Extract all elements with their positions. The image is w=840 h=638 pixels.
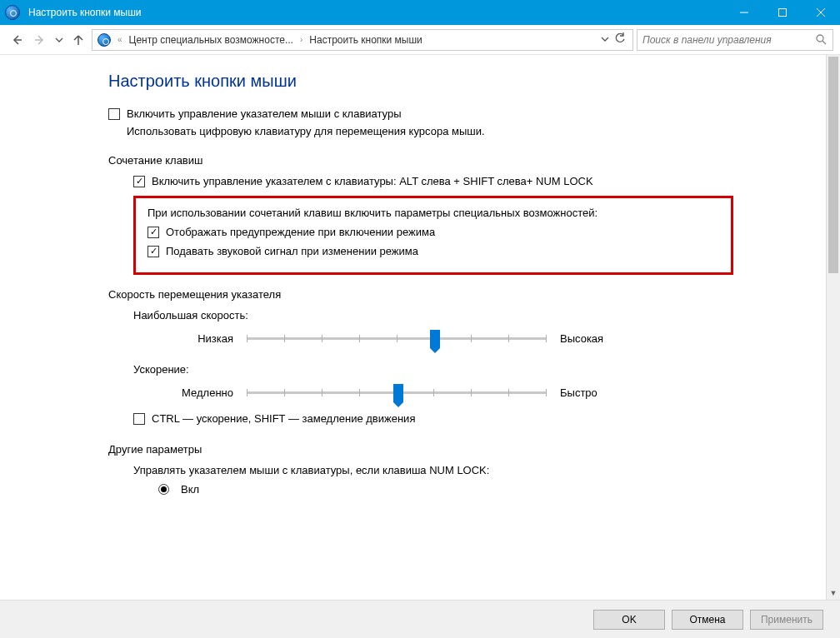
radio-numlock-on[interactable] xyxy=(158,484,169,495)
label-enable-shortcut: Включить управление указателем с клавиат… xyxy=(152,175,593,187)
close-button[interactable] xyxy=(802,0,840,25)
cancel-button[interactable]: Отмена xyxy=(672,610,743,630)
window-title: Настроить кнопки мыши xyxy=(25,7,725,18)
navigation-bar: « Центр специальных возможносте... › Нас… xyxy=(0,25,840,55)
vertical-scrollbar[interactable]: ▲ ▼ xyxy=(826,55,840,600)
nav-recent-button[interactable] xyxy=(53,30,65,50)
apply-button[interactable]: Применить xyxy=(750,610,823,630)
label-play-sound: Подавать звуковой сигнал при изменении р… xyxy=(166,245,418,257)
label-max-speed: Наибольшая скорость: xyxy=(133,309,807,321)
minimize-button[interactable] xyxy=(725,0,763,25)
section-shortcut: Сочетание клавиш xyxy=(108,154,807,167)
checkbox-enable-shortcut[interactable] xyxy=(133,176,145,187)
control-panel-icon xyxy=(96,32,112,48)
page-title: Настроить кнопки мыши xyxy=(108,72,807,91)
svg-rect-1 xyxy=(779,9,787,17)
window-titlebar: Настроить кнопки мыши xyxy=(0,0,840,25)
checkbox-play-sound[interactable] xyxy=(148,246,159,257)
slider-label-slow: Медленно xyxy=(158,386,233,399)
app-icon xyxy=(0,5,25,20)
label-radio-on: Вкл xyxy=(181,483,199,496)
slider-label-high: Высокая xyxy=(560,332,635,345)
svg-line-7 xyxy=(822,41,826,44)
section-speed: Скорость перемещения указателя xyxy=(108,288,807,301)
content-area: Настроить кнопки мыши Включить управлени… xyxy=(0,55,840,600)
helper-text: Использовать цифровую клавиатуру для пер… xyxy=(127,125,807,137)
svg-point-6 xyxy=(817,35,823,42)
ok-button[interactable]: OK xyxy=(593,610,665,630)
maximize-button[interactable] xyxy=(763,0,802,25)
scrollbar-thumb[interactable] xyxy=(828,57,838,273)
search-box[interactable] xyxy=(637,29,833,51)
breadcrumb-item-current[interactable]: Настроить кнопки мыши xyxy=(308,34,424,46)
nav-forward-button[interactable] xyxy=(30,30,50,50)
label-ctrl-shift: CTRL — ускорение, SHIFT — замедление дви… xyxy=(152,412,415,425)
slider-label-fast: Быстро xyxy=(560,386,635,399)
breadcrumb-chevron-icon: › xyxy=(297,35,306,44)
slider-acceleration[interactable] xyxy=(247,384,547,401)
checkbox-ctrl-shift[interactable] xyxy=(133,413,145,425)
highlight-intro: При использовании сочетаний клавиш включ… xyxy=(148,207,719,219)
nav-up-button[interactable] xyxy=(68,30,88,50)
breadcrumb-dropdown-icon[interactable] xyxy=(601,34,609,46)
scroll-down-icon[interactable]: ▼ xyxy=(827,586,840,600)
breadcrumb-chevron-icon: « xyxy=(114,35,126,44)
slider-top-speed[interactable] xyxy=(247,330,547,346)
label-show-warning: Отображать предупреждение при включении … xyxy=(166,226,435,238)
slider-label-low: Низкая xyxy=(158,332,233,345)
label-acceleration: Ускорение: xyxy=(133,363,807,376)
section-other: Другие параметры xyxy=(108,443,807,456)
breadcrumb-item-ease-of-access[interactable]: Центр специальных возможносте... xyxy=(128,34,295,46)
search-icon[interactable] xyxy=(814,33,828,47)
checkbox-enable-mouse-keys[interactable] xyxy=(108,108,120,120)
label-numlock: Управлять указателем мыши с клавиатуры, … xyxy=(133,464,807,476)
search-input[interactable] xyxy=(642,34,814,46)
nav-back-button[interactable] xyxy=(7,30,27,50)
checkbox-show-warning[interactable] xyxy=(148,227,159,238)
highlighted-options-box: При использовании сочетаний клавиш включ… xyxy=(133,196,733,275)
label-enable-mouse-keys: Включить управление указателем мыши с кл… xyxy=(127,107,402,120)
breadcrumb-bar[interactable]: « Центр специальных возможносте... › Нас… xyxy=(92,29,633,51)
dialog-footer: OK Отмена Применить xyxy=(0,600,840,638)
refresh-button[interactable] xyxy=(614,32,626,47)
